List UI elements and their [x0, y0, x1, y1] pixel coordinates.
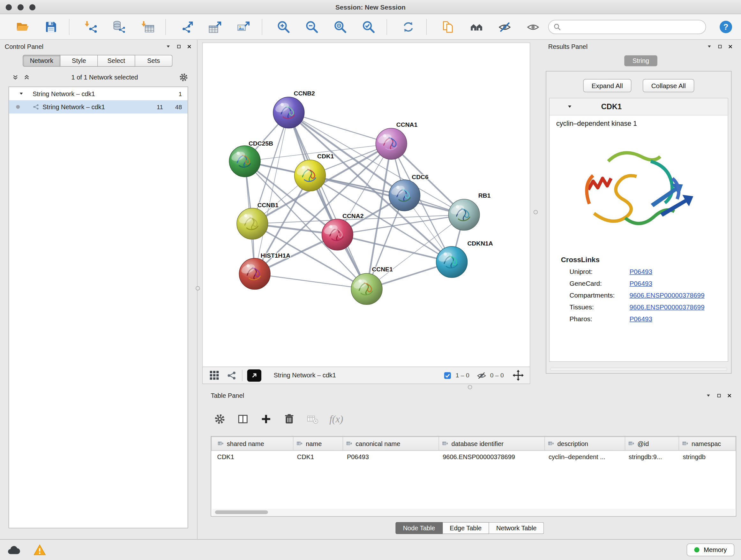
table-settings-button[interactable]	[213, 413, 226, 425]
import-table-button[interactable]	[137, 16, 158, 37]
documents-button[interactable]	[437, 16, 458, 37]
zoom-selected-button[interactable]	[358, 16, 379, 37]
crosslink-link[interactable]: P06493	[630, 280, 652, 287]
export-network-button[interactable]	[177, 16, 198, 37]
node-CDKN1A[interactable]	[436, 246, 468, 278]
gene-section-header[interactable]: CDK1	[549, 98, 728, 115]
node-CDC25B[interactable]	[229, 145, 260, 177]
divider-handle[interactable]	[196, 286, 200, 290]
node-CCNA2[interactable]	[322, 219, 353, 250]
overview-button[interactable]	[466, 16, 487, 37]
memory-button[interactable]: Memory	[687, 543, 734, 556]
network-canvas[interactable]: CCNB2CCNA1CDC25BCDK1CDC6RB1CCNB1CCNA2CDK…	[202, 43, 530, 367]
column-header[interactable]: shared name	[212, 437, 293, 450]
function-builder-button[interactable]: f(x)	[329, 413, 343, 425]
expand-all-button[interactable]: Expand All	[583, 79, 631, 92]
tab-select[interactable]: Select	[98, 55, 135, 67]
tree-row[interactable]: String Network – cdk11148	[9, 100, 188, 113]
node-CDK1[interactable]	[294, 160, 326, 191]
pan-mode-icon[interactable]	[512, 369, 524, 381]
warnings-button[interactable]	[33, 543, 46, 556]
tab-edge-table[interactable]: Edge Table	[443, 522, 489, 534]
node-CCNA1[interactable]	[376, 128, 407, 159]
export-image-button[interactable]	[233, 16, 254, 37]
hidden-eye-icon[interactable]	[476, 370, 487, 381]
hide-details-button[interactable]	[494, 16, 515, 37]
column-header[interactable]: @id	[625, 437, 679, 450]
tree-caret-icon[interactable]	[18, 91, 24, 97]
node-CCNB2[interactable]	[273, 97, 305, 128]
panel-float-icon[interactable]	[717, 44, 723, 50]
column-header[interactable]: canonical name	[343, 437, 439, 450]
traffic-light-close[interactable]	[5, 4, 11, 10]
expand-all-icon[interactable]	[11, 73, 19, 81]
crosslink-link[interactable]: 9606.ENSP00000378699	[630, 292, 704, 299]
network-share-button[interactable]	[226, 370, 238, 381]
tab-node-table[interactable]: Node Table	[395, 522, 443, 534]
add-column-button[interactable]	[260, 413, 272, 425]
selected-checkbox[interactable]	[443, 371, 453, 380]
tab-network-table[interactable]: Network Table	[489, 522, 544, 534]
traffic-light-zoom[interactable]	[29, 4, 35, 10]
tab-style[interactable]: Style	[61, 55, 98, 67]
import-network-button[interactable]	[80, 16, 101, 37]
cloud-button[interactable]	[7, 543, 21, 557]
column-header[interactable]: database identifier	[439, 437, 545, 450]
tab-sets[interactable]: Sets	[135, 55, 173, 67]
save-button[interactable]	[41, 16, 61, 37]
column-header[interactable]: namespac	[679, 437, 736, 450]
tree-row[interactable]: String Network – cdk11	[9, 87, 188, 100]
search-box[interactable]	[548, 20, 706, 34]
edge[interactable]	[289, 113, 391, 144]
gear-icon[interactable]	[179, 72, 189, 82]
results-scrollbar[interactable]	[550, 368, 727, 371]
node-CCNE1[interactable]	[351, 273, 382, 305]
crosslink-link[interactable]: 9606.ENSP00000378699	[630, 303, 704, 311]
panel-close-icon[interactable]	[727, 44, 733, 50]
node-CDC6[interactable]	[389, 180, 420, 211]
open-in-new-button[interactable]	[247, 369, 261, 381]
show-columns-button[interactable]	[237, 413, 249, 425]
collapse-all-button[interactable]: Collapse All	[643, 79, 694, 92]
edge[interactable]	[310, 176, 464, 215]
zoom-out-button[interactable]	[301, 16, 322, 37]
edge[interactable]	[255, 274, 367, 289]
node-CCNB1[interactable]	[237, 208, 268, 240]
crosslink-link[interactable]: P06493	[630, 267, 652, 275]
divider-handle[interactable]	[468, 385, 472, 389]
table-scrollbar-thumb[interactable]	[215, 510, 268, 514]
panel-float-icon[interactable]	[176, 44, 182, 50]
panel-menu-icon[interactable]	[706, 43, 713, 50]
edge[interactable]	[255, 113, 289, 274]
panel-close-icon[interactable]	[726, 392, 732, 398]
column-header[interactable]: description	[545, 437, 625, 450]
grid-view-button[interactable]	[208, 369, 220, 381]
table-scrollbar[interactable]	[212, 509, 735, 515]
panel-float-icon[interactable]	[716, 392, 722, 398]
divider-handle[interactable]	[534, 210, 538, 214]
panel-menu-icon[interactable]	[705, 392, 712, 399]
show-details-button[interactable]	[523, 16, 543, 37]
traffic-light-minimize[interactable]	[17, 4, 23, 10]
tab-string[interactable]: String	[624, 55, 657, 66]
collapse-all-icon[interactable]	[23, 73, 30, 81]
import-network-database-button[interactable]	[109, 16, 130, 37]
edge[interactable]	[289, 113, 367, 289]
panel-menu-icon[interactable]	[165, 43, 172, 50]
apply-layout-button[interactable]	[398, 16, 419, 37]
node-RB1[interactable]	[448, 199, 480, 231]
help-button[interactable]: ?	[718, 19, 733, 35]
node-HIST1H1A[interactable]	[239, 258, 270, 290]
edge[interactable]	[337, 235, 452, 262]
zoom-fit-button[interactable]	[330, 16, 351, 37]
crosslink-link[interactable]: P06493	[630, 315, 652, 323]
search-input[interactable]	[563, 23, 705, 30]
tab-network[interactable]: Network	[23, 55, 60, 67]
export-table-button[interactable]	[205, 16, 226, 37]
open-folder-button[interactable]	[12, 16, 33, 37]
column-header[interactable]: name	[293, 437, 343, 450]
zoom-in-button[interactable]	[273, 16, 294, 37]
table-row[interactable]: CDK1CDK1P064939606.ENSP00000378699cyclin…	[212, 450, 736, 463]
section-caret-icon[interactable]	[567, 104, 573, 110]
panel-close-icon[interactable]	[186, 44, 192, 50]
